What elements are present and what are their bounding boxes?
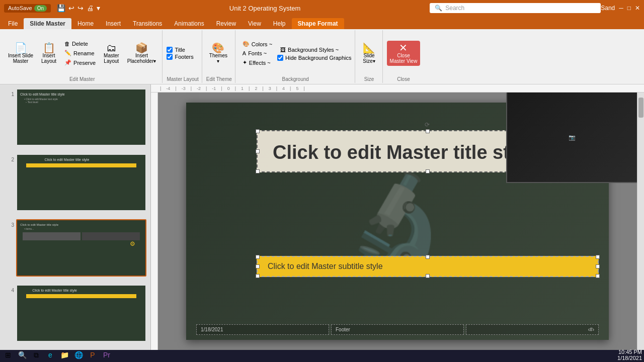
slide-num-2: 2 [4,154,14,162]
insert-slide-master-button[interactable]: 📄 Insert SlideMaster [5,41,36,66]
autosave-control[interactable]: AutoSave On [4,4,51,13]
redo-icon[interactable]: ↪ [77,4,84,12]
fonts-icon: A [243,50,246,56]
slide-size-button[interactable]: 📐 SlideSize▾ [359,41,379,66]
sub-handle-tr[interactable] [596,255,600,259]
ribbon-tabs: File Slide Master Home Insert Transition… [0,16,644,29]
canvas-col: | -4 | -3 | -2 | -1 | 0 | 1 | 2 | 3 | 4 … [151,84,644,350]
master-layout-button[interactable]: 🗂 MasterLayout [101,41,122,66]
autosave-toggle[interactable]: On [34,5,47,12]
sub-handle-bc[interactable] [426,274,430,278]
colors-icon: 🎨 [243,41,250,47]
preserve-icon: 📌 [64,59,71,66]
vscroll-thumb[interactable] [638,98,643,118]
subtitle-box[interactable]: Click to edit Master subtitle style [257,256,599,277]
vertical-scrollbar[interactable] [637,93,644,350]
slide-thumb-3[interactable]: Click to edit Master title style • items… [16,219,146,277]
handle-tl[interactable] [256,129,260,133]
customize-icon[interactable]: ▾ [97,4,100,12]
tab-help[interactable]: Help [267,18,292,29]
insert-slide-master-icon: 📄 [15,43,27,53]
colors-button[interactable]: 🎨 Colors ~ [239,40,275,48]
sub-handle-mr[interactable] [596,264,600,268]
powerpoint-icon[interactable]: P [87,349,99,361]
print-icon[interactable]: 🖨 [87,4,94,12]
close-buttons: ✕ CloseMaster View [387,31,421,75]
tab-shape-format[interactable]: Shape Format [292,18,344,29]
size-group-label: Size [359,75,379,82]
ribbon-group-edit-master: 📄 Insert SlideMaster 📋 InsertLayout 🗑 De… [2,30,163,83]
rotation-handle[interactable]: ⟳ [425,121,430,128]
search-box[interactable]: 🔍 Search [430,3,601,13]
themes-label: Themes▾ [209,53,227,64]
save-icon[interactable]: 💾 [57,4,65,12]
tab-file[interactable]: File [2,18,24,29]
footers-checkbox[interactable] [167,54,173,60]
tab-slide-master[interactable]: Slide Master [24,18,71,29]
thumb-3-content: Click to edit Master title style • items… [17,220,145,243]
hide-bg-graphics-checkbox[interactable] [277,55,283,61]
canvas-scroll-area[interactable]: 🔬 [158,93,637,350]
tab-insert[interactable]: Insert [100,18,127,29]
slide-thumb-container-3: 3 Click to edit Master title style • ite… [4,219,146,277]
sub-handle-tc[interactable] [426,255,430,259]
close-master-view-button[interactable]: ✕ CloseMaster View [387,41,421,66]
tab-review[interactable]: Review [210,18,242,29]
slide-thumb-1[interactable]: Click to edit Master title style • Click… [16,88,146,146]
windows-icon[interactable]: ⊞ [2,349,14,361]
ribbon-group-size: 📐 SlideSize▾ Size [356,30,383,83]
background-group-label: Background [239,75,352,82]
explorer-icon[interactable]: 📁 [58,349,70,361]
footers-checkbox-label: Footers [175,54,193,60]
footers-checkbox-item: Footers [167,54,193,60]
handle-bl[interactable] [256,169,260,173]
window-close-icon[interactable]: ✕ [635,5,640,12]
rename-button[interactable]: ✏️ Rename [61,49,99,57]
background-styles-button[interactable]: 🖼 Background Styles ~ [277,46,351,54]
title-checkbox[interactable] [167,47,173,53]
handle-tc[interactable] [426,129,430,133]
tab-animations[interactable]: Animations [168,18,210,29]
slide-thumb-inner-1: Click to edit Master title style • Click… [17,89,145,145]
preserve-button[interactable]: 📌 Preserve [61,58,99,67]
tab-transitions[interactable]: Transitions [127,18,168,29]
colors-label: Colors ~ [252,41,272,47]
taskbar-time: 10:45 PM 1/18/2021 [617,349,642,361]
insert-placeholder-button[interactable]: 📦 InsertPlaceholder▾ [124,41,159,66]
footer-num: ‹#› [466,324,599,335]
sub-handle-ml[interactable] [256,264,260,268]
search-taskbar-icon[interactable]: 🔍 [16,349,28,361]
insert-layout-label: InsertLayout [41,53,56,64]
insert-layout-button[interactable]: 📋 InsertLayout [38,41,59,66]
premiere-icon[interactable]: Pr [101,349,113,361]
hide-bg-graphics-item: Hide Background Graphics [277,55,351,61]
slide-thumb-container-2: 2 Click to edit Master title style [4,154,146,211]
window-maximize-icon[interactable]: □ [627,5,631,12]
slide-thumb-4[interactable]: Click to edit Master title style [16,285,146,342]
chrome-icon[interactable]: 🌐 [72,349,85,361]
fonts-button[interactable]: A Fonts ~ [239,49,275,57]
effects-button[interactable]: ✦ Effects ~ [239,58,275,67]
delete-button[interactable]: 🗑 Delete [61,40,99,48]
rename-label: Rename [73,50,95,56]
themes-button[interactable]: 🎨 Themes▾ [206,41,230,66]
handle-ml[interactable] [256,149,260,153]
ribbon-group-close: ✕ CloseMaster View Close [384,30,424,83]
handle-bc[interactable] [426,169,430,173]
tab-view[interactable]: View [242,18,267,29]
sub-handle-br[interactable] [596,274,600,278]
sub-handle-bl[interactable] [256,274,260,278]
taskview-icon[interactable]: ⧉ [30,349,42,361]
sub-handle-tl[interactable] [256,255,260,259]
slide-size-icon: 📐 [363,43,375,53]
ruler-vertical [151,93,158,350]
window-minimize-icon[interactable]: ─ [619,5,623,12]
master-subtitle-text[interactable]: Click to edit Master subtitle style [268,262,588,271]
background-right-col: 🖼 Background Styles ~ Hide Background Gr… [277,46,351,61]
webcam-overlay: 📷 [506,93,637,183]
slide-thumb-2[interactable]: Click to edit Master title style [16,154,146,211]
undo-icon[interactable]: ↩ [68,4,74,12]
edge-icon[interactable]: e [44,349,56,361]
edit-theme-buttons: 🎨 Themes▾ [206,31,232,75]
tab-home[interactable]: Home [71,18,100,29]
